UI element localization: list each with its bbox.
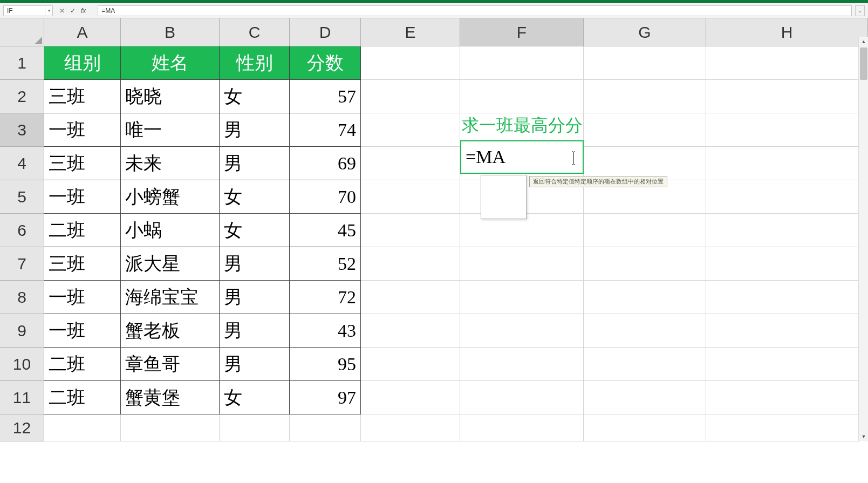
cell-C10[interactable]: 男 — [220, 348, 290, 381]
cell-H3[interactable] — [706, 113, 868, 147]
name-box[interactable]: IF — [3, 5, 45, 16]
cell-E3[interactable] — [361, 113, 460, 147]
cell-C6[interactable]: 女 — [220, 214, 290, 247]
insert-function-button[interactable]: fx — [81, 7, 91, 15]
cell-A8[interactable]: 一班 — [44, 281, 121, 314]
cell-E10[interactable] — [361, 348, 460, 381]
cell-D9[interactable]: 43 — [290, 314, 361, 348]
cell-A7[interactable]: 三班 — [44, 247, 121, 281]
cell-C12[interactable] — [220, 414, 290, 441]
cell-B5[interactable]: 小螃蟹 — [121, 180, 220, 214]
cell-C8[interactable]: 男 — [220, 281, 290, 314]
formula-autocomplete-popup[interactable] — [481, 175, 527, 219]
cell-B10[interactable]: 章鱼哥 — [121, 348, 220, 381]
column-header-F[interactable]: F — [460, 18, 584, 46]
cell-B2[interactable]: 晓晓 — [121, 80, 220, 113]
cell-E7[interactable] — [361, 247, 460, 281]
cell-E9[interactable] — [361, 314, 460, 348]
cell-A3[interactable]: 一班 — [44, 113, 121, 147]
cell-C1[interactable]: 性别 — [220, 46, 290, 80]
formula-enter-button[interactable]: ✓ — [70, 7, 76, 15]
cell-H8[interactable] — [706, 281, 868, 314]
cell-H7[interactable] — [706, 247, 868, 281]
row-header-12[interactable]: 12 — [0, 414, 44, 441]
cell-A10[interactable]: 二班 — [44, 348, 121, 381]
cell-F10[interactable] — [460, 348, 584, 381]
cell-E4[interactable] — [361, 147, 460, 180]
cell-D12[interactable] — [290, 414, 361, 441]
cell-G9[interactable] — [584, 314, 706, 348]
row-header-5[interactable]: 5 — [0, 180, 44, 214]
cell-C7[interactable]: 男 — [220, 247, 290, 281]
cell-F1[interactable] — [460, 46, 584, 80]
cell-A5[interactable]: 一班 — [44, 180, 121, 214]
cell-G2[interactable] — [584, 80, 706, 113]
scroll-down-icon[interactable]: ▼ — [859, 432, 868, 441]
cell-C4[interactable]: 男 — [220, 147, 290, 180]
cell-D7[interactable]: 52 — [290, 247, 361, 281]
cell-E5[interactable] — [361, 180, 460, 214]
cell-G8[interactable] — [584, 281, 706, 314]
cell-G1[interactable] — [584, 46, 706, 80]
column-header-B[interactable]: B — [121, 18, 220, 46]
cell-B6[interactable]: 小蜗 — [121, 214, 220, 247]
column-header-G[interactable]: G — [584, 18, 706, 46]
row-header-10[interactable]: 10 — [0, 348, 44, 381]
cell-D1[interactable]: 分数 — [290, 46, 361, 80]
cell-C2[interactable]: 女 — [220, 80, 290, 113]
cell-F11[interactable] — [460, 381, 584, 414]
cell-G11[interactable] — [584, 381, 706, 414]
row-header-7[interactable]: 7 — [0, 247, 44, 281]
column-header-A[interactable]: A — [44, 18, 121, 46]
row-header-6[interactable]: 6 — [0, 214, 44, 247]
row-header-3[interactable]: 3 — [0, 113, 44, 147]
cell-A11[interactable]: 二班 — [44, 381, 121, 414]
cell-F9[interactable] — [460, 314, 584, 348]
row-header-11[interactable]: 11 — [0, 381, 44, 414]
cell-A2[interactable]: 三班 — [44, 80, 121, 113]
row-header-1[interactable]: 1 — [0, 46, 44, 80]
cell-H11[interactable] — [706, 381, 868, 414]
cell-D6[interactable]: 45 — [290, 214, 361, 247]
cell-D8[interactable]: 72 — [290, 281, 361, 314]
vertical-scrollbar[interactable]: ▲ ▼ — [858, 37, 868, 441]
cell-B9[interactable]: 蟹老板 — [121, 314, 220, 348]
cell-D2[interactable]: 57 — [290, 80, 361, 113]
column-header-C[interactable]: C — [220, 18, 290, 46]
column-header-E[interactable]: E — [361, 18, 460, 46]
cell-G12[interactable] — [584, 414, 706, 441]
cell-F7[interactable] — [460, 247, 584, 281]
row-header-9[interactable]: 9 — [0, 314, 44, 348]
name-box-dropdown[interactable]: ▾ — [45, 5, 53, 16]
cell-A6[interactable]: 二班 — [44, 214, 121, 247]
formula-input[interactable]: =MA — [98, 5, 852, 16]
cell-E2[interactable] — [361, 80, 460, 113]
cell-D5[interactable]: 70 — [290, 180, 361, 214]
cell-G4[interactable] — [584, 147, 706, 180]
column-header-D[interactable]: D — [290, 18, 361, 46]
formula-bar-expand[interactable]: ⌄ — [855, 5, 865, 16]
cell-D4[interactable]: 69 — [290, 147, 361, 180]
column-header-H[interactable]: H — [706, 18, 868, 46]
cell-B3[interactable]: 唯一 — [121, 113, 220, 147]
cell-C5[interactable]: 女 — [220, 180, 290, 214]
cell-A4[interactable]: 三班 — [44, 147, 121, 180]
cell-B8[interactable]: 海绵宝宝 — [121, 281, 220, 314]
cell-A1[interactable]: 组别 — [44, 46, 121, 80]
cell-G6[interactable] — [584, 214, 706, 247]
cell-H1[interactable] — [706, 46, 868, 80]
cell-F3-editing[interactable]: =MA — [460, 140, 584, 174]
cell-E11[interactable] — [361, 381, 460, 414]
cell-G3[interactable] — [584, 113, 706, 147]
cell-B1[interactable]: 姓名 — [121, 46, 220, 80]
cell-B12[interactable] — [121, 414, 220, 441]
cell-F12[interactable] — [460, 414, 584, 441]
cell-G10[interactable] — [584, 348, 706, 381]
cell-G7[interactable] — [584, 247, 706, 281]
cell-D11[interactable]: 97 — [290, 381, 361, 414]
cell-B7[interactable]: 派大星 — [121, 247, 220, 281]
cell-H10[interactable] — [706, 348, 868, 381]
cell-C9[interactable]: 男 — [220, 314, 290, 348]
cell-D10[interactable]: 95 — [290, 348, 361, 381]
cell-D3[interactable]: 74 — [290, 113, 361, 147]
